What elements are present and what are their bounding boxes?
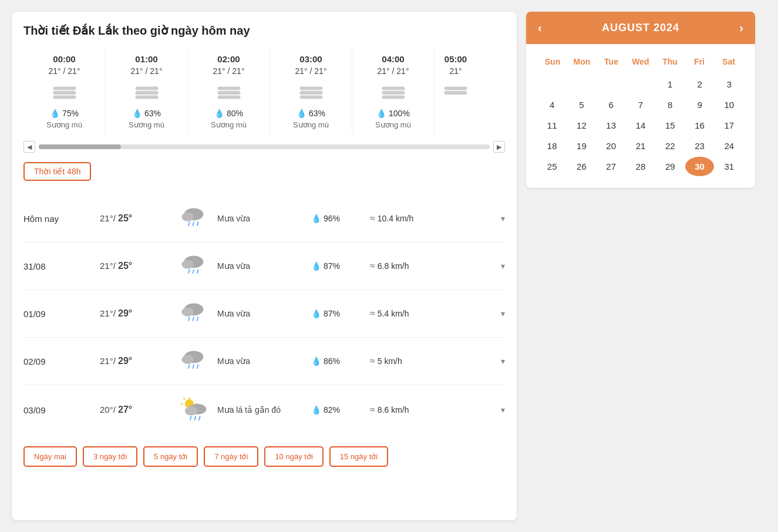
calendar-day-11[interactable]: 11 — [538, 116, 566, 135]
svg-line-42 — [184, 398, 185, 399]
daily-condition-4: Mưa lá tả gần đó — [217, 405, 311, 415]
calendar-day-26[interactable]: 26 — [567, 157, 595, 176]
daily-row-4[interactable]: 03/09 20°/ 27° — [23, 385, 505, 435]
svg-line-20 — [193, 222, 194, 225]
hour-humidity-4: 💧 100% — [359, 109, 427, 118]
chevron-down-0: ▾ — [501, 214, 505, 223]
daily-humidity-1: 💧 87% — [311, 261, 370, 271]
svg-rect-3 — [135, 87, 158, 90]
calendar-day-22[interactable]: 22 — [656, 136, 684, 156]
btn-48h[interactable]: Thời tiết 48h — [23, 162, 91, 181]
svg-line-24 — [188, 270, 189, 273]
hourly-item-2: 02:00 21° / 21° 💧 80% Sương mù — [188, 49, 270, 134]
calendar-day-3[interactable]: 3 — [715, 75, 743, 94]
rain-icon-1 — [170, 253, 217, 279]
svg-rect-16 — [444, 91, 467, 95]
daily-wind-2: ≈ 5.4 km/h ▾ — [370, 308, 505, 319]
calendar-day-24[interactable]: 24 — [715, 136, 743, 156]
svg-rect-15 — [444, 87, 467, 90]
hour-temp-2: 21° / 21° — [195, 66, 262, 76]
svg-line-21 — [197, 222, 198, 225]
daily-date-1: 31/08 — [23, 261, 100, 271]
btn-15days[interactable]: 15 ngày tới — [329, 446, 388, 467]
hourly-item-1: 01:00 21° / 21° 💧 63% Sương mù — [106, 49, 188, 134]
calendar-day-9[interactable]: 9 — [685, 95, 713, 115]
hour-temp-3: 21° / 21° — [277, 66, 345, 76]
hourly-item-0: 00:00 21° / 21° 💧 75% Sương mù — [23, 49, 106, 134]
svg-line-30 — [193, 317, 194, 321]
btn-10days[interactable]: 10 ngày tới — [264, 446, 323, 467]
daily-row-0[interactable]: Hôm nay 21°/ 25° Mưa vừa 💧 96% ≈ — [23, 195, 505, 243]
calendar-day-29[interactable]: 29 — [656, 157, 684, 176]
rain-icon-3 — [170, 348, 217, 374]
calendar-day-12[interactable]: 12 — [567, 116, 595, 135]
calendar-day-18[interactable]: 18 — [538, 136, 566, 156]
wind-icon-0: ≈ — [370, 213, 375, 224]
btn-3days[interactable]: 3 ngày tới — [83, 446, 137, 467]
hour-time-5: 05:00 — [442, 54, 470, 64]
calendar-day-7[interactable]: 7 — [627, 95, 655, 115]
fog-icon-2 — [195, 80, 262, 104]
calendar-day-31[interactable]: 31 — [715, 157, 743, 176]
scroll-left-button[interactable]: ◀ — [23, 141, 35, 153]
btn-5days[interactable]: 5 ngày tới — [143, 446, 198, 467]
daily-wind-0: ≈ 10.4 km/h ▾ — [370, 213, 505, 224]
svg-point-33 — [181, 355, 194, 364]
btn-7days[interactable]: 7 ngày tới — [204, 446, 258, 467]
hour-time-2: 02:00 — [195, 54, 262, 64]
calendar-day-1[interactable]: 1 — [656, 75, 684, 94]
calendar-day-19[interactable]: 19 — [567, 136, 595, 156]
fog-icon-5 — [442, 80, 470, 104]
hour-time-4: 04:00 — [359, 54, 427, 64]
calendar-day-27[interactable]: 27 — [597, 157, 625, 176]
calendar-day-14[interactable]: 14 — [627, 116, 655, 135]
svg-line-36 — [197, 365, 198, 368]
fog-icon-3 — [277, 80, 345, 104]
svg-rect-13 — [382, 91, 405, 95]
daily-row-2[interactable]: 01/09 21°/ 29° Mưa vừa 💧 87% ≈ — [23, 290, 505, 338]
calendar-day-25[interactable]: 25 — [538, 157, 566, 176]
svg-point-23 — [181, 260, 194, 269]
calendar-day-5[interactable]: 5 — [567, 95, 595, 115]
calendar-grid: Sun Mon Tue Wed Thu Fri Sat 123456789101… — [526, 44, 755, 188]
calendar-day-8[interactable]: 8 — [656, 95, 684, 115]
scroll-track[interactable]: ◀ ▶ — [23, 141, 505, 153]
hour-humidity-1: 💧 63% — [113, 109, 180, 118]
daily-row-3[interactable]: 02/09 21°/ 29° Mưa vừa 💧 86% ≈ — [23, 338, 505, 385]
calendar-prev-button[interactable]: ‹ — [538, 21, 542, 35]
calendar-day-15[interactable]: 15 — [656, 116, 684, 135]
calendar-day-2[interactable]: 2 — [685, 75, 713, 94]
hourly-container[interactable]: 00:00 21° / 21° 💧 75% Sương mù 01:00 — [23, 49, 505, 134]
calendar-header: ‹ AUGUST 2024 › — [526, 12, 755, 44]
btn-tomorrow[interactable]: Ngày mai — [23, 446, 77, 467]
svg-line-31 — [197, 317, 198, 321]
partly-rainy-icon-4 — [170, 396, 217, 424]
scroll-right-button[interactable]: ▶ — [493, 141, 505, 153]
calendar-day-20[interactable]: 20 — [597, 136, 625, 156]
wind-icon-4: ≈ — [370, 405, 375, 415]
svg-line-35 — [193, 365, 194, 368]
calendar-day-23[interactable]: 23 — [685, 136, 713, 156]
svg-line-19 — [188, 222, 189, 225]
calendar-day-10[interactable]: 10 — [715, 95, 743, 115]
svg-rect-8 — [217, 96, 240, 99]
hour-condition-2: Sương mù — [195, 120, 262, 129]
calendar-day-21[interactable]: 21 — [627, 136, 655, 156]
chevron-down-2: ▾ — [501, 309, 505, 318]
calendar-day-6[interactable]: 6 — [597, 95, 625, 115]
hour-humidity-0: 💧 75% — [31, 109, 98, 118]
daily-row-1[interactable]: 31/08 21°/ 25° Mưa vừa 💧 87% ≈ — [23, 243, 505, 290]
fog-icon-0 — [31, 80, 98, 104]
calendar-day-4[interactable]: 4 — [538, 95, 566, 115]
calendar-days: 1234567891011121314151617181920212223242… — [538, 75, 743, 176]
calendar-day-30[interactable]: 30 — [685, 157, 713, 176]
calendar-day-17[interactable]: 17 — [715, 116, 743, 135]
fog-icon-4 — [359, 80, 427, 104]
svg-rect-14 — [382, 96, 405, 99]
svg-rect-10 — [299, 91, 322, 95]
hour-time-1: 01:00 — [113, 54, 180, 64]
calendar-day-13[interactable]: 13 — [597, 116, 625, 135]
calendar-next-button[interactable]: › — [739, 21, 743, 35]
calendar-day-28[interactable]: 28 — [627, 157, 655, 176]
calendar-day-16[interactable]: 16 — [685, 116, 713, 135]
